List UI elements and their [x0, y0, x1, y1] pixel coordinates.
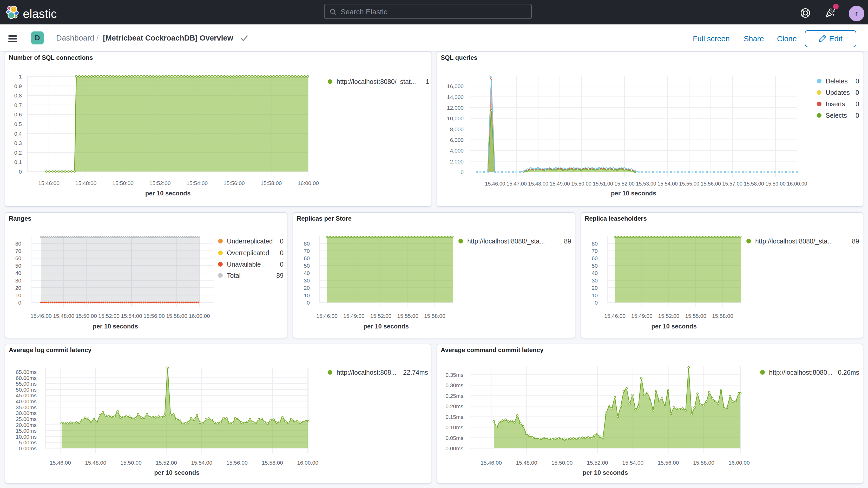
svg-text:per 10 seconds: per 10 seconds: [363, 323, 409, 330]
svg-text:15:48:00: 15:48:00: [75, 180, 97, 186]
svg-text:2,000: 2,000: [450, 158, 464, 164]
svg-text:Unavailable: Unavailable: [227, 261, 261, 268]
svg-text:Deletes: Deletes: [826, 78, 848, 85]
svg-text:15:52:00: 15:52:00: [156, 460, 177, 466]
svg-text:15:56:00: 15:56:00: [144, 313, 165, 319]
svg-text:15:50:00: 15:50:00: [552, 460, 573, 466]
svg-text:Selects: Selects: [826, 112, 847, 119]
svg-text:15:58:00: 15:58:00: [261, 180, 282, 186]
svg-text:15:46:00: 15:46:00: [50, 460, 71, 466]
svg-text:16:00:00: 16:00:00: [189, 313, 210, 319]
svg-text:15:58:00: 15:58:00: [262, 460, 283, 466]
svg-text:0: 0: [595, 300, 598, 306]
svg-text:70: 70: [592, 248, 598, 254]
svg-text:0.26ms: 0.26ms: [838, 369, 859, 376]
svg-text:0.5: 0.5: [14, 121, 22, 127]
svg-text:55.00ms: 55.00ms: [16, 381, 37, 387]
svg-text:10: 10: [16, 292, 21, 298]
svg-text:15:58:00: 15:58:00: [712, 313, 733, 319]
svg-text:15:48:00: 15:48:00: [53, 313, 74, 319]
svg-text:0.1: 0.1: [14, 159, 22, 165]
svg-text:60.00ms: 60.00ms: [16, 375, 37, 381]
svg-text:15:53:00: 15:53:00: [636, 181, 656, 187]
svg-text:0: 0: [856, 112, 859, 119]
svg-text:15:46:00: 15:46:00: [604, 313, 625, 319]
svg-text:15:56:00: 15:56:00: [226, 460, 248, 466]
svg-text:50.00ms: 50.00ms: [16, 387, 37, 393]
svg-text:15:46:00: 15:46:00: [38, 180, 60, 186]
svg-text:25.00ms: 25.00ms: [16, 416, 37, 422]
svg-text:15:58:00: 15:58:00: [693, 460, 714, 466]
svg-text:15:48:00: 15:48:00: [85, 460, 106, 466]
svg-text:0.2: 0.2: [14, 150, 22, 156]
svg-text:12,000: 12,000: [447, 105, 464, 111]
svg-text:16,000: 16,000: [447, 83, 464, 89]
svg-text:30: 30: [592, 277, 598, 283]
svg-text:6,000: 6,000: [450, 137, 464, 143]
svg-text:20.00ms: 20.00ms: [16, 422, 37, 428]
svg-text:0.9: 0.9: [14, 83, 22, 89]
svg-text:80: 80: [592, 241, 598, 247]
svg-text:0: 0: [280, 238, 283, 245]
svg-text:15:46:00: 15:46:00: [316, 313, 338, 319]
svg-text:70: 70: [16, 248, 21, 254]
svg-text:15:57:00: 15:57:00: [722, 181, 742, 187]
svg-text:70: 70: [304, 248, 310, 254]
svg-text:14,000: 14,000: [447, 94, 464, 100]
svg-text:15:50:00: 15:50:00: [120, 460, 142, 466]
svg-text:15:48:00: 15:48:00: [516, 460, 537, 466]
svg-text:15:46:00: 15:46:00: [485, 181, 505, 187]
svg-text:30: 30: [16, 277, 21, 283]
svg-text:0: 0: [280, 249, 283, 256]
svg-text:15:56:00: 15:56:00: [701, 181, 721, 187]
svg-text:0: 0: [307, 300, 310, 306]
svg-text:0: 0: [461, 169, 464, 175]
svg-text:0: 0: [19, 169, 22, 175]
svg-text:Total: Total: [227, 272, 241, 279]
svg-text:per 10 seconds: per 10 seconds: [583, 469, 628, 476]
svg-text:50: 50: [592, 263, 598, 269]
svg-text:Underreplicated: Underreplicated: [227, 238, 273, 245]
svg-text:16:00:00: 16:00:00: [728, 460, 750, 466]
svg-text:10: 10: [592, 292, 598, 298]
svg-text:15:52:00: 15:52:00: [370, 313, 392, 319]
svg-text:15:58:00: 15:58:00: [744, 181, 764, 187]
svg-text:89: 89: [852, 238, 859, 245]
svg-text:89: 89: [564, 238, 571, 245]
svg-text:4,000: 4,000: [450, 148, 464, 154]
svg-text:5.00ms: 5.00ms: [19, 439, 37, 446]
svg-text:0.00ms: 0.00ms: [445, 446, 463, 451]
svg-text:40: 40: [592, 270, 598, 276]
svg-text:40: 40: [16, 270, 21, 276]
svg-text:Overreplicated: Overreplicated: [227, 249, 269, 256]
svg-text:0.30ms: 0.30ms: [445, 382, 463, 388]
svg-text:60: 60: [16, 255, 21, 261]
svg-text:0.20ms: 0.20ms: [445, 403, 463, 409]
svg-text:0.3: 0.3: [14, 140, 22, 146]
svg-text:15:48:00: 15:48:00: [528, 181, 548, 187]
svg-text:10: 10: [304, 292, 310, 298]
svg-text:15:55:00: 15:55:00: [685, 313, 706, 319]
svg-text:per 10 seconds: per 10 seconds: [145, 190, 191, 197]
svg-text:30.00ms: 30.00ms: [16, 410, 37, 416]
svg-text:15:49:00: 15:49:00: [550, 181, 570, 187]
svg-text:22.74ms: 22.74ms: [403, 369, 428, 376]
svg-text:0.05ms: 0.05ms: [445, 435, 463, 441]
svg-text:80: 80: [304, 241, 310, 247]
svg-text:per 10 seconds: per 10 seconds: [93, 323, 138, 330]
svg-text:15:58:00: 15:58:00: [424, 313, 445, 319]
svg-text:15:50:00: 15:50:00: [571, 181, 591, 187]
svg-text:http://localhost:8080...: http://localhost:8080...: [769, 369, 833, 376]
svg-text:15:54:00: 15:54:00: [186, 180, 208, 186]
svg-text:15:46:00: 15:46:00: [480, 460, 502, 466]
svg-text:0: 0: [856, 100, 859, 108]
svg-text:50: 50: [16, 263, 21, 269]
svg-text:15.00ms: 15.00ms: [16, 428, 37, 434]
svg-text:30: 30: [304, 277, 310, 283]
svg-text:per 10 seconds: per 10 seconds: [611, 190, 656, 197]
svg-text:15:52:00: 15:52:00: [587, 460, 608, 466]
svg-text:0: 0: [18, 300, 21, 306]
svg-text:10,000: 10,000: [447, 115, 464, 121]
svg-text:35.00ms: 35.00ms: [16, 404, 37, 410]
svg-text:16:00:00: 16:00:00: [787, 181, 807, 187]
